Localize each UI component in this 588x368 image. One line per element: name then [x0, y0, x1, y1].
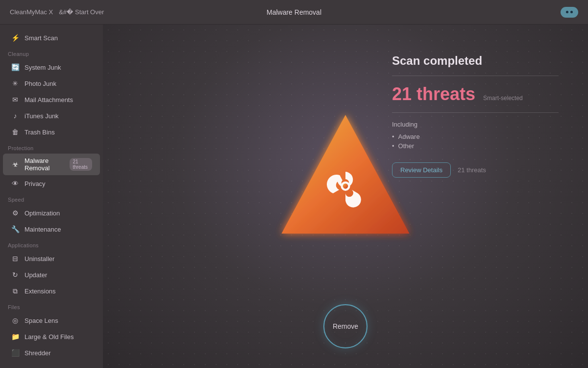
- space-lens-icon: ◎: [11, 316, 20, 325]
- sidebar-item-uninstaller[interactable]: ⊟ Uninstaller: [3, 251, 100, 266]
- sidebar-item-label: Space Lens: [24, 317, 58, 324]
- sidebar-item-label: Privacy: [24, 180, 46, 187]
- uninstaller-icon: ⊟: [11, 254, 20, 263]
- threat-list: Adware Other: [392, 132, 559, 151]
- sidebar: ⚡ Smart Scan Cleanup 🔄 System Junk ✳ Pho…: [0, 25, 103, 368]
- sidebar-item-label: Updater: [24, 271, 47, 279]
- sidebar-item-system-junk[interactable]: 🔄 System Junk: [3, 59, 100, 75]
- updater-icon: ↻: [11, 270, 20, 279]
- section-files: Files: [0, 299, 103, 312]
- system-junk-icon: 🔄: [11, 63, 20, 72]
- sidebar-item-label: Shredder: [24, 349, 50, 357]
- trash-icon: 🗑: [11, 128, 20, 136]
- photo-junk-icon: ✳: [11, 79, 20, 88]
- sidebar-item-label: Large & Old Files: [24, 333, 74, 341]
- sidebar-item-mail-attachments[interactable]: ✉ Mail Attachments: [3, 92, 100, 107]
- section-applications: Applications: [0, 237, 103, 250]
- sidebar-item-label: Extensions: [24, 288, 56, 295]
- review-row: Review Details 21 threats: [392, 162, 559, 178]
- privacy-icon: 👁: [11, 179, 20, 188]
- mail-icon: ✉: [11, 95, 20, 104]
- threats-row: 21 threats Smart-selected: [392, 84, 559, 113]
- sidebar-item-trash-bins[interactable]: 🗑 Trash Bins: [3, 124, 100, 140]
- sidebar-item-label: Smart Scan: [24, 34, 58, 42]
- sidebar-item-label: System Junk: [24, 64, 61, 71]
- optimization-icon: ⚙: [11, 209, 20, 217]
- shredder-icon: ⬛: [11, 348, 20, 357]
- maintenance-icon: 🔧: [11, 225, 20, 234]
- including-label: Including: [392, 121, 559, 128]
- sidebar-item-label: Mail Attachments: [24, 96, 73, 104]
- page-title: Malware Removal: [267, 8, 321, 16]
- including-section: Including Adware Other: [392, 121, 559, 151]
- app-name: CleanMyMac X: [10, 8, 53, 16]
- sidebar-item-label: Photo Junk: [24, 80, 56, 87]
- section-cleanup: Cleanup: [0, 46, 103, 59]
- titlebar-right: [561, 7, 578, 18]
- dot-icon: [566, 11, 568, 13]
- main-layout: ⚡ Smart Scan Cleanup 🔄 System Junk ✳ Pho…: [0, 25, 588, 368]
- sidebar-item-large-old-files[interactable]: 📁 Large & Old Files: [3, 329, 100, 344]
- sidebar-item-maintenance[interactable]: 🔧 Maintenance: [3, 221, 100, 237]
- itunes-icon: ♪: [11, 111, 20, 120]
- svg-point-2: [343, 184, 348, 189]
- sidebar-item-label: Maintenance: [24, 226, 61, 233]
- sidebar-item-space-lens[interactable]: ◎ Space Lens: [3, 313, 100, 328]
- dot-icon: [570, 11, 573, 13]
- sidebar-item-label: Trash Bins: [24, 129, 55, 136]
- content-area: Scan completed 21 threats Smart-selected…: [103, 25, 588, 368]
- sidebar-item-label: Uninstaller: [24, 255, 54, 263]
- smart-scan-icon: ⚡: [11, 33, 20, 42]
- sidebar-item-smart-scan[interactable]: ⚡ Smart Scan: [3, 30, 100, 46]
- sidebar-item-updater[interactable]: ↻ Updater: [3, 267, 100, 283]
- sidebar-item-malware-removal[interactable]: ☣ Malware Removal 21 threats: [3, 154, 100, 175]
- back-label: Start Over: [75, 8, 104, 16]
- malware-icon: ☣: [11, 160, 20, 169]
- remove-button[interactable]: Remove: [323, 304, 368, 348]
- sidebar-item-photo-junk[interactable]: ✳ Photo Junk: [3, 76, 100, 91]
- info-panel: Scan completed 21 threats Smart-selected…: [392, 54, 559, 178]
- sidebar-item-label: Malware Removal: [24, 157, 63, 172]
- sidebar-item-optimization[interactable]: ⚙ Optimization: [3, 205, 100, 221]
- titlebar: CleanMyMac X &#� Start Over Malware Remo…: [0, 0, 588, 25]
- extensions-icon: ⧉: [11, 287, 20, 295]
- scan-completed-text: Scan completed: [392, 54, 559, 76]
- sidebar-item-privacy[interactable]: 👁 Privacy: [3, 176, 100, 191]
- review-threats-count: 21 threats: [458, 166, 486, 174]
- review-details-button[interactable]: Review Details: [392, 162, 451, 178]
- more-options-button[interactable]: [561, 7, 578, 18]
- remove-button-area: Remove: [323, 304, 368, 348]
- list-item: Other: [392, 141, 559, 151]
- sidebar-item-itunes-junk[interactable]: ♪ iTunes Junk: [3, 108, 100, 124]
- large-files-icon: 📁: [11, 332, 20, 341]
- malware-badge: 21 threats: [70, 158, 92, 171]
- titlebar-left: CleanMyMac X &#� Start Over: [10, 8, 104, 16]
- sidebar-item-extensions[interactable]: ⧉ Extensions: [3, 283, 100, 299]
- sidebar-item-label: Optimization: [24, 210, 60, 217]
- sidebar-item-label: iTunes Junk: [24, 112, 59, 120]
- list-item: Adware: [392, 132, 559, 141]
- sidebar-item-shredder[interactable]: ⬛ Shredder: [3, 345, 100, 361]
- section-speed: Speed: [0, 192, 103, 205]
- smart-selected-label: Smart-selected: [483, 95, 523, 102]
- back-button[interactable]: &#� Start Over: [59, 8, 104, 16]
- chevron-left-icon: &#�: [59, 8, 73, 16]
- section-protection: Protection: [0, 140, 103, 153]
- threats-count: 21 threats: [392, 84, 475, 105]
